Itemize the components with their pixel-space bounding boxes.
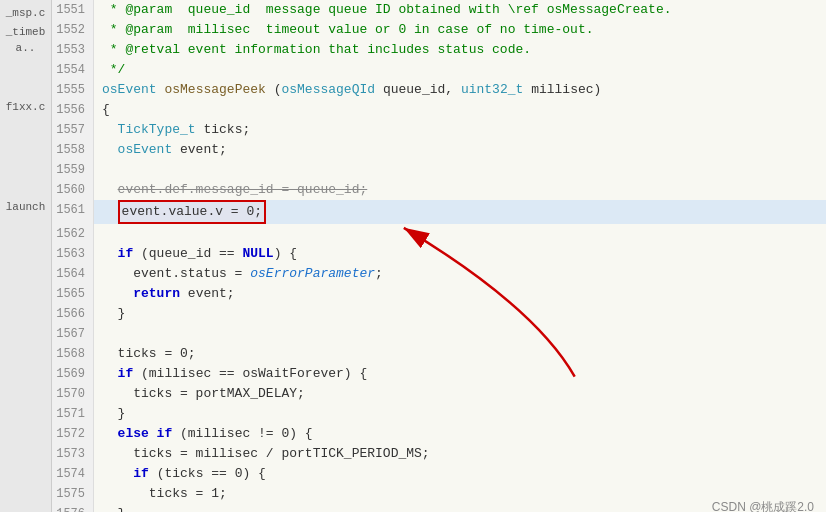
line-content <box>94 224 826 244</box>
code-line: 1562 <box>52 224 826 244</box>
line-content: { <box>94 100 826 120</box>
line-number: 1575 <box>52 484 94 504</box>
code-line: 1565 return event; <box>52 284 826 304</box>
code-line: 1572 else if (millisec != 0) { <box>52 424 826 444</box>
line-content: * @param millisec timeout value or 0 in … <box>94 20 826 40</box>
line-content: else if (millisec != 0) { <box>94 424 826 444</box>
code-line: 1560 event.def.message_id = queue_id; <box>52 180 826 200</box>
line-number: 1572 <box>52 424 94 444</box>
code-line: 1559 <box>52 160 826 180</box>
code-line: 1552 * @param millisec timeout value or … <box>52 20 826 40</box>
line-number: 1561 <box>52 200 94 224</box>
line-number: 1565 <box>52 284 94 304</box>
code-line: 1558 osEvent event; <box>52 140 826 160</box>
code-line: 1563 if (queue_id == NULL) { <box>52 244 826 264</box>
line-number: 1555 <box>52 80 94 100</box>
code-line: 1573 ticks = millisec / portTICK_PERIOD_… <box>52 444 826 464</box>
sidebar-item-launch: launch <box>0 198 51 217</box>
line-number: 1563 <box>52 244 94 264</box>
line-number: 1573 <box>52 444 94 464</box>
line-number: 1570 <box>52 384 94 404</box>
sidebar-item-msp: _msp.c <box>0 4 51 23</box>
code-line: 1557 TickType_t ticks; <box>52 120 826 140</box>
code-line: 1568 ticks = 0; <box>52 344 826 364</box>
line-number: 1554 <box>52 60 94 80</box>
line-number: 1556 <box>52 100 94 120</box>
code-area: 1551 * @param queue_id message queue ID … <box>52 0 826 512</box>
line-number: 1566 <box>52 304 94 324</box>
code-line: 1556 { <box>52 100 826 120</box>
line-number: 1567 <box>52 324 94 344</box>
line-content: return event; <box>94 284 826 304</box>
line-content: ticks = millisec / portTICK_PERIOD_MS; <box>94 444 826 464</box>
line-content: * @retval event information that include… <box>94 40 826 60</box>
line-number: 1558 <box>52 140 94 160</box>
code-line: 1569 if (millisec == osWaitForever) { <box>52 364 826 384</box>
code-line: 1566 } <box>52 304 826 324</box>
line-number: 1571 <box>52 404 94 424</box>
line-content: event.def.message_id = queue_id; <box>94 180 826 200</box>
line-number: 1552 <box>52 20 94 40</box>
line-number: 1559 <box>52 160 94 180</box>
code-line: 1570 ticks = portMAX_DELAY; <box>52 384 826 404</box>
line-number: 1557 <box>52 120 94 140</box>
line-number: 1562 <box>52 224 94 244</box>
code-line: 1553 * @retval event information that in… <box>52 40 826 60</box>
line-content: if (ticks == 0) { <box>94 464 826 484</box>
line-number: 1564 <box>52 264 94 284</box>
line-number: 1574 <box>52 464 94 484</box>
line-content: if (queue_id == NULL) { <box>94 244 826 264</box>
code-line: 1554 */ <box>52 60 826 80</box>
line-content: osEvent osMessagePeek (osMessageQId queu… <box>94 80 826 100</box>
line-content <box>94 160 826 180</box>
editor-container: _msp.c _timeba.. f1xx.c launch 1551 * @p… <box>0 0 826 512</box>
line-number: 1560 <box>52 180 94 200</box>
line-content: event.value.v = 0; <box>94 200 826 224</box>
line-content <box>94 324 826 344</box>
line-number: 1551 <box>52 0 94 20</box>
sidebar-item-f1xx: f1xx.c <box>0 98 51 117</box>
code-line: 1555 osEvent osMessagePeek (osMessageQId… <box>52 80 826 100</box>
line-content: ticks = 0; <box>94 344 826 364</box>
line-number: 1553 <box>52 40 94 60</box>
line-content: TickType_t ticks; <box>94 120 826 140</box>
line-content: if (millisec == osWaitForever) { <box>94 364 826 384</box>
line-content: osEvent event; <box>94 140 826 160</box>
code-line: 1561 event.value.v = 0; <box>52 200 826 224</box>
sidebar: _msp.c _timeba.. f1xx.c launch <box>0 0 52 512</box>
line-content: } <box>94 304 826 324</box>
code-line: 1567 <box>52 324 826 344</box>
code-line: 1551 * @param queue_id message queue ID … <box>52 0 826 20</box>
code-line: 1564 event.status = osErrorParameter; <box>52 264 826 284</box>
line-number: 1569 <box>52 364 94 384</box>
code-line: 1571 } <box>52 404 826 424</box>
line-content: } <box>94 404 826 424</box>
watermark: CSDN @桃成蹊2.0 <box>712 499 814 512</box>
line-content: */ <box>94 60 826 80</box>
line-content: event.status = osErrorParameter; <box>94 264 826 284</box>
code-line: 1575 ticks = 1; <box>52 484 826 504</box>
code-line: 1576 } <box>52 504 826 512</box>
line-number: 1576 <box>52 504 94 512</box>
line-content: * @param queue_id message queue ID obtai… <box>94 0 826 20</box>
code-lines: 1551 * @param queue_id message queue ID … <box>52 0 826 512</box>
line-content: ticks = portMAX_DELAY; <box>94 384 826 404</box>
code-line: 1574 if (ticks == 0) { <box>52 464 826 484</box>
sidebar-item-timeba: _timeba.. <box>0 23 51 58</box>
line-number: 1568 <box>52 344 94 364</box>
